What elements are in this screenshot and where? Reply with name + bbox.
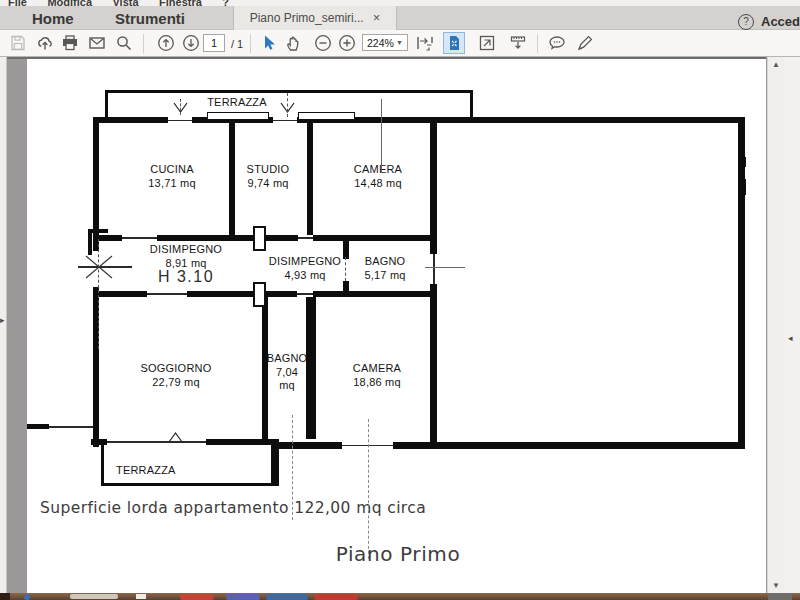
wall-segment	[343, 235, 349, 259]
search-icon[interactable]	[115, 34, 133, 52]
print-icon[interactable]	[61, 34, 79, 52]
toolbar-separator	[143, 34, 144, 53]
acrobat-window: File Modifica Vista Finestra ? Home Stru…	[0, 0, 800, 600]
room-label-camera-1: CAMERA 14,48 mq	[328, 163, 428, 190]
taskbar-app-icon[interactable]	[24, 594, 30, 600]
save-icon[interactable]	[9, 34, 27, 52]
tab-strumenti[interactable]: Strumenti	[115, 10, 185, 27]
taskbar-app-icon[interactable]	[314, 594, 358, 600]
room-area: 22,79 mq	[126, 376, 226, 390]
vertical-scrollbar[interactable]: ▲ ▼	[767, 57, 785, 593]
scroll-down-icon[interactable]: ▼	[772, 581, 780, 590]
dimension-line	[425, 267, 465, 268]
room-name: DISIMPEGNO	[136, 243, 236, 257]
wall-segment	[343, 281, 349, 297]
zoom-out-icon[interactable]	[314, 34, 332, 52]
share-cloud-icon[interactable]	[36, 34, 54, 52]
help-icon[interactable]: ?	[738, 14, 754, 30]
chevron-down-icon: ▼	[396, 39, 403, 46]
window-symbol	[298, 112, 355, 120]
wall-segment	[105, 90, 473, 93]
ceiling-height-note: H 3.10	[136, 270, 236, 284]
fit-one-page-button-active[interactable]	[443, 32, 465, 54]
opening-line	[433, 254, 435, 284]
fit-width-icon[interactable]	[416, 34, 434, 52]
wall-segment	[430, 123, 437, 254]
navigation-pane-rail[interactable]: ▸	[0, 57, 7, 593]
dimension-line	[292, 415, 293, 520]
room-area: 18,86 mq	[327, 376, 427, 390]
wall-segment	[229, 123, 235, 235]
room-name: CAMERA	[328, 163, 428, 177]
opening-line	[147, 293, 187, 295]
dashed-axis-line	[98, 239, 99, 349]
highlighter-icon[interactable]	[576, 34, 594, 52]
wall-segment	[105, 90, 108, 117]
door-jamb-symbol	[253, 226, 266, 251]
wall-segment	[93, 117, 168, 123]
zoom-level-dropdown[interactable]: 224% ▼	[362, 34, 408, 51]
wall-segment	[307, 123, 313, 235]
wall-segment	[313, 235, 430, 241]
room-label-cucina: CUCINA 13,71 mq	[122, 163, 222, 190]
room-label-disimpegno-1: DISIMPEGNO 8,91 mq H 3.10	[136, 243, 236, 284]
dashed-axis-line	[345, 257, 346, 281]
sign-in-button[interactable]: Accedi	[761, 14, 800, 29]
room-area: 14,48 mq	[328, 177, 428, 191]
expand-tools-icon[interactable]: ◂	[788, 333, 793, 343]
toolbar-separator	[250, 34, 251, 53]
wall-segment	[470, 90, 473, 117]
actual-size-icon[interactable]	[478, 34, 496, 52]
page-count-label: / 1	[231, 38, 243, 50]
wall-segment	[93, 291, 147, 297]
wall-segment	[266, 291, 297, 297]
page-number-input[interactable]	[203, 34, 225, 52]
wall-segment	[430, 284, 437, 447]
taskbar-app-icon[interactable]	[226, 594, 260, 600]
tab-home[interactable]: Home	[32, 10, 74, 27]
zoom-in-icon[interactable]	[338, 34, 356, 52]
dashed-axis-line	[287, 93, 288, 117]
taskbar-app-icon[interactable]	[266, 594, 308, 600]
wall-segment	[741, 157, 746, 167]
wall-segment	[206, 439, 279, 445]
toolbar: / 1 224% ▼	[0, 30, 800, 57]
dimension-line	[368, 419, 369, 559]
select-tool-icon[interactable]	[260, 34, 278, 52]
next-page-icon[interactable]	[182, 34, 200, 52]
expand-pane-icon[interactable]: ▸	[0, 315, 5, 325]
previous-page-icon[interactable]	[157, 34, 175, 52]
opening-line	[78, 266, 132, 268]
wall-segment	[187, 291, 253, 297]
tools-pane-rail[interactable]: ◂	[785, 57, 800, 593]
room-name: CAMERA	[327, 362, 427, 376]
wall-segment	[157, 235, 253, 241]
os-taskbar[interactable]	[0, 593, 800, 600]
floor-plan: TERRAZZA CUCINA 13,71 mq STUDIO 9,74 mq …	[27, 59, 766, 593]
tab-document[interactable]: Piano Primo_semiri... ×	[233, 6, 397, 30]
opening-line	[122, 237, 157, 239]
comment-icon[interactable]	[548, 34, 566, 52]
opening-line	[298, 237, 313, 239]
close-tab-icon[interactable]: ×	[373, 13, 381, 23]
room-name: CUCINA	[122, 163, 222, 177]
hand-tool-icon[interactable]	[284, 34, 302, 52]
scroll-up-icon[interactable]: ▲	[772, 60, 780, 69]
taskbar-app-icon[interactable]	[136, 594, 146, 599]
wall-segment	[313, 291, 430, 297]
zoom-level-value: 224%	[367, 37, 394, 49]
wall-segment	[88, 229, 92, 255]
room-area: 5,17 mq	[337, 269, 433, 283]
taskbar-app-icon[interactable]	[70, 594, 118, 599]
email-icon[interactable]	[88, 34, 106, 52]
opening-line	[168, 120, 192, 122]
opening-line	[297, 293, 313, 295]
wall-segment	[279, 442, 342, 449]
opening-line	[49, 426, 93, 428]
scrolling-mode-icon[interactable]	[509, 34, 527, 52]
toolbar-separator	[537, 34, 538, 53]
taskbar-edge	[0, 593, 10, 600]
taskbar-app-icon[interactable]	[180, 594, 214, 600]
room-name: BAGNO	[262, 352, 312, 366]
wall-segment	[262, 297, 268, 439]
